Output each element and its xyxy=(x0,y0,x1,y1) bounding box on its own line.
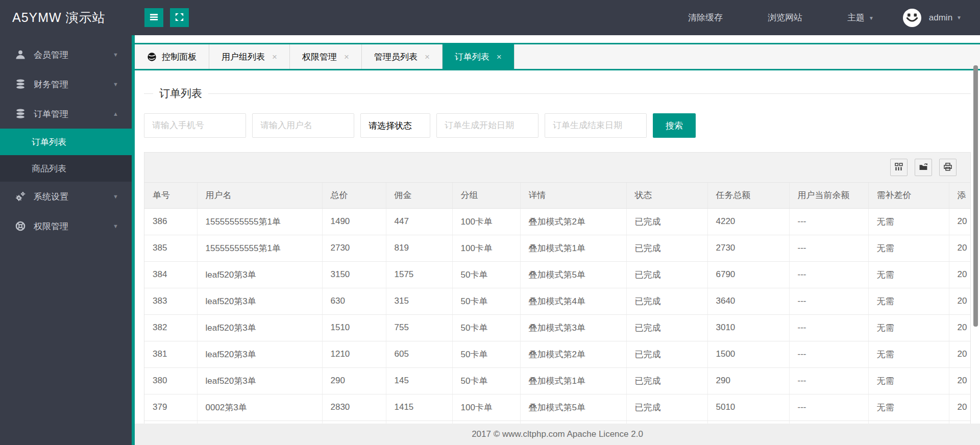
table-cell: --- xyxy=(789,367,868,394)
table-cell: 50卡单 xyxy=(452,288,520,314)
tab-bar: 控制面板 用户组列表 × 权限管理 × 管理员列表 × 订单列表 × xyxy=(135,43,980,70)
column-header: 详情 xyxy=(520,183,626,208)
table-cell: 3150 xyxy=(322,261,386,288)
table-cell: 已完成 xyxy=(626,394,707,421)
theme-dropdown[interactable]: 主题▼ xyxy=(825,12,879,23)
sidebar-item-label: 系统设置 xyxy=(34,191,68,203)
table-row: 3790002第3单28301415100卡单叠加模式第5单已完成5010---… xyxy=(144,394,971,421)
life-ring-icon xyxy=(15,221,26,231)
database-icon xyxy=(15,79,26,89)
table-cell: 已完成 xyxy=(626,288,707,314)
status-select[interactable]: 请选择状态 xyxy=(360,113,430,138)
main-content: 订单列表 请选择状态 搜索 xyxy=(135,70,980,424)
sidebar-item-order-management[interactable]: 订单管理 ▲ xyxy=(0,99,132,129)
search-button[interactable]: 搜索 xyxy=(653,113,696,138)
table-cell: 4220 xyxy=(707,208,789,235)
footer-text: 2017 © www.cltphp.com Apache Licence 2.0 xyxy=(472,429,643,439)
start-date-input[interactable] xyxy=(436,113,538,138)
table-row: 384leaf520第3单3150157550卡单叠加模式第5单已完成6790-… xyxy=(144,261,971,288)
table-cell: --- xyxy=(789,235,868,261)
column-header: 需补差价 xyxy=(868,183,949,208)
table-cell: 叠加模式第2单 xyxy=(520,208,626,235)
table-toolbar xyxy=(144,153,970,183)
tab-dashboard[interactable]: 控制面板 xyxy=(135,44,209,69)
table-cell: 1210 xyxy=(322,341,386,367)
table-cell: leaf520第3单 xyxy=(197,314,322,341)
table-cell: 20 xyxy=(949,235,971,261)
sidebar-subitem-product-list[interactable]: 商品列表 xyxy=(0,155,135,182)
table-row: 38615555555555第1单1490447100卡单叠加模式第2单已完成4… xyxy=(144,208,971,235)
column-header: 分组 xyxy=(452,183,520,208)
export-button[interactable] xyxy=(915,159,932,176)
sidebar-item-system-settings[interactable]: 系统设置 ▼ xyxy=(0,182,132,211)
table-cell: leaf520第3单 xyxy=(197,288,322,314)
chevron-up-icon: ▲ xyxy=(113,111,118,117)
top-header: A5YMW 演示站 清除缓存 浏览网站 主题▼ xyxy=(0,0,980,35)
page-title: 订单列表 xyxy=(153,86,208,101)
table-cell: 385 xyxy=(144,235,197,261)
tab-label: 用户组列表 xyxy=(222,51,265,63)
order-table-head: 单号用户名总价佣金分组详情状态任务总额用户当前余额需补差价添 xyxy=(144,183,971,208)
sidebar-item-member-management[interactable]: 会员管理 ▼ xyxy=(0,40,132,69)
table-cell: 100卡单 xyxy=(452,394,520,421)
username-input[interactable] xyxy=(252,113,354,138)
sidebar: 会员管理 ▼ 财务管理 ▼ 订单管理 ▲ 订单列表 商品列表 xyxy=(0,35,132,445)
table-cell: 无需 xyxy=(868,341,949,367)
chevron-down-icon: ▼ xyxy=(113,52,118,58)
sidebar-item-label: 权限管理 xyxy=(34,220,68,232)
phone-input[interactable] xyxy=(144,113,246,138)
clear-cache-link[interactable]: 清除缓存 xyxy=(666,12,745,23)
table-cell: --- xyxy=(789,394,868,421)
table-cell: 15555555555第1单 xyxy=(197,208,322,235)
tab-permission-management[interactable]: 权限管理 × xyxy=(290,44,362,69)
table-row: 382leaf520第3单151075550卡单叠加模式第3单已完成3010--… xyxy=(144,314,971,341)
table-cell: --- xyxy=(789,341,868,367)
vertical-scrollbar[interactable] xyxy=(973,65,978,327)
columns-filter-button[interactable] xyxy=(890,159,908,176)
table-cell: 605 xyxy=(386,341,452,367)
username-label: admin xyxy=(929,13,952,23)
table-cell: 2730 xyxy=(322,235,386,261)
order-table-card: 单号用户名总价佣金分组详情状态任务总额用户当前余额需补差价添 386155555… xyxy=(144,152,971,424)
table-row: 383leaf520第3单63031550卡单叠加模式第4单已完成3640---… xyxy=(144,288,971,314)
close-icon[interactable]: × xyxy=(272,53,277,61)
tab-label: 控制面板 xyxy=(162,51,197,63)
sidebar-item-finance-management[interactable]: 财务管理 ▼ xyxy=(0,69,132,99)
close-icon[interactable]: × xyxy=(497,53,502,61)
close-icon[interactable]: × xyxy=(425,53,430,61)
user-menu[interactable]: admin ▼ xyxy=(902,8,962,28)
table-row: 381leaf520第3单121060550卡单叠加模式第2单已完成1500--… xyxy=(144,341,971,367)
brand-logo: A5YMW 演示站 xyxy=(0,9,135,26)
collapse-menu-button[interactable] xyxy=(144,8,163,27)
fullscreen-button[interactable] xyxy=(170,8,189,27)
table-cell: --- xyxy=(789,208,868,235)
expand-icon xyxy=(175,12,184,23)
section-divider: 订单列表 xyxy=(144,93,971,94)
tab-order-list[interactable]: 订单列表 × xyxy=(443,44,514,69)
table-cell: 叠加模式第3单 xyxy=(520,314,626,341)
table-cell: 5010 xyxy=(707,394,789,421)
tab-admin-list[interactable]: 管理员列表 × xyxy=(362,44,443,69)
column-header: 用户名 xyxy=(197,183,322,208)
tab-user-group-list[interactable]: 用户组列表 × xyxy=(209,44,290,69)
sidebar-accent-bar xyxy=(132,35,135,445)
close-icon[interactable]: × xyxy=(344,53,349,61)
export-icon xyxy=(919,162,928,173)
table-row: 38515555555555第1单2730819100卡单叠加模式第1单已完成2… xyxy=(144,235,971,261)
table-cell: 50卡单 xyxy=(452,314,520,341)
end-date-input[interactable] xyxy=(545,113,647,138)
table-cell: 无需 xyxy=(868,208,949,235)
table-cell: 382 xyxy=(144,314,197,341)
table-cell: 50卡单 xyxy=(452,261,520,288)
column-header: 用户当前余额 xyxy=(789,183,868,208)
table-cell: --- xyxy=(789,314,868,341)
table-cell: 20 xyxy=(949,394,971,421)
print-button[interactable] xyxy=(939,159,957,176)
avatar xyxy=(902,8,922,28)
view-site-link[interactable]: 浏览网站 xyxy=(745,12,825,23)
chevron-down-icon: ▼ xyxy=(113,223,118,229)
table-cell: 无需 xyxy=(868,261,949,288)
sidebar-item-permission-management[interactable]: 权限管理 ▼ xyxy=(0,211,132,241)
sidebar-subitem-order-list[interactable]: 订单列表 xyxy=(0,129,135,155)
table-cell: 叠加模式第2单 xyxy=(520,341,626,367)
